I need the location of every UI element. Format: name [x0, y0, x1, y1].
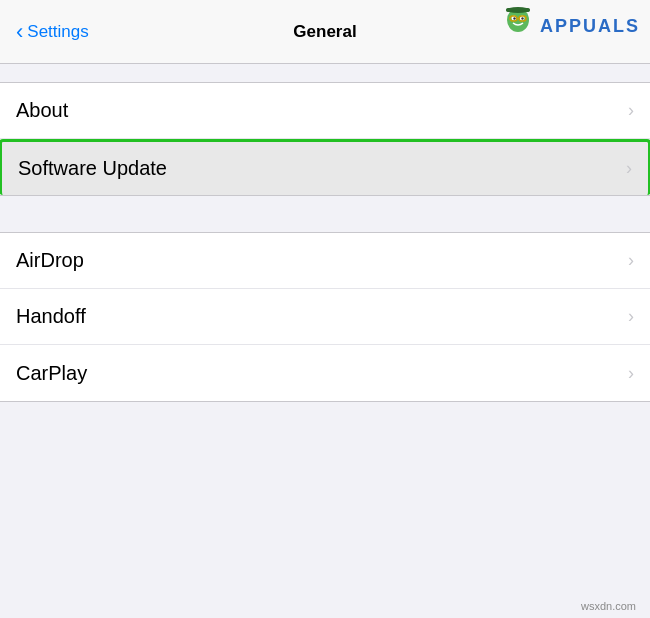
airdrop-label: AirDrop	[16, 249, 84, 272]
back-chevron-icon: ‹	[16, 19, 23, 45]
section-group-2: AirDrop › Handoff › CarPlay ›	[0, 232, 650, 402]
list-item-software-update[interactable]: Software Update ›	[0, 139, 650, 195]
software-update-label: Software Update	[18, 157, 167, 180]
svg-point-3	[513, 17, 515, 19]
handoff-chevron-icon: ›	[628, 306, 634, 327]
handoff-label: Handoff	[16, 305, 86, 328]
appuals-logo: APPUALS	[496, 6, 640, 46]
about-label: About	[16, 99, 68, 122]
software-update-chevron-icon: ›	[626, 158, 632, 179]
appuals-logo-text: APPUALS	[540, 16, 640, 37]
section-connectivity: AirDrop › Handoff › CarPlay ›	[0, 232, 650, 402]
svg-point-4	[521, 17, 523, 19]
nav-bar: ‹ Settings General APPUALS	[0, 0, 650, 64]
page-title: General	[293, 22, 356, 42]
back-label: Settings	[27, 22, 88, 42]
section-general-info: About › Software Update ›	[0, 82, 650, 196]
section-separator	[0, 196, 650, 214]
list-item-handoff[interactable]: Handoff ›	[0, 289, 650, 345]
section-group-1: About › Software Update ›	[0, 82, 650, 196]
list-item-airdrop[interactable]: AirDrop ›	[0, 233, 650, 289]
back-button[interactable]: ‹ Settings	[16, 19, 89, 45]
site-watermark: wsxdn.com	[581, 600, 636, 612]
appuals-logo-icon	[496, 6, 540, 46]
airdrop-chevron-icon: ›	[628, 250, 634, 271]
carplay-chevron-icon: ›	[628, 363, 634, 384]
svg-rect-6	[506, 8, 530, 12]
about-chevron-icon: ›	[628, 100, 634, 121]
carplay-label: CarPlay	[16, 362, 87, 385]
list-item-about[interactable]: About ›	[0, 83, 650, 139]
list-item-carplay[interactable]: CarPlay ›	[0, 345, 650, 401]
ios-settings-screen: ‹ Settings General APPUALS	[0, 0, 650, 618]
